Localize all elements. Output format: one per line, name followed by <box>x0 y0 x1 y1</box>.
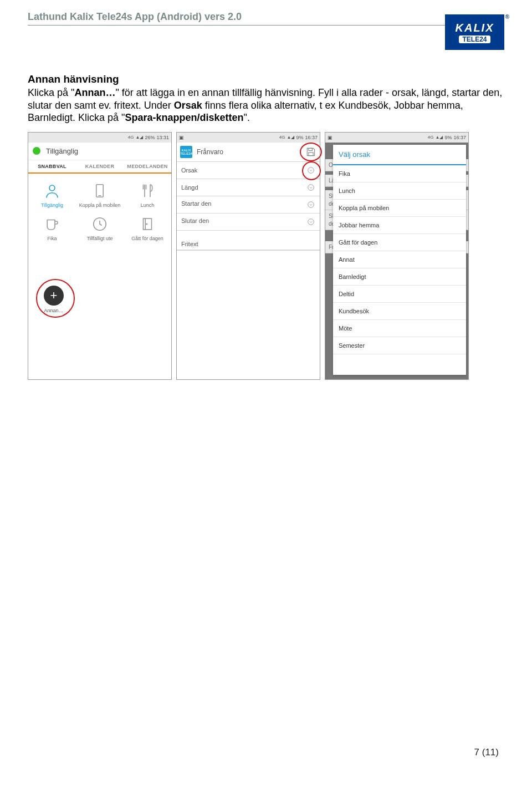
row-label: Orsak <box>181 167 306 174</box>
screenshot-1: 4G ▲◢ 26% 13:31 Tillgänglig SNABBVAL KAL… <box>28 132 172 380</box>
row-orsak[interactable]: Orsak <box>177 162 320 179</box>
header-rule <box>28 25 504 26</box>
status-dot-icon <box>33 147 40 155</box>
android-statusbar: 4G ▲◢ 26% 13:31 <box>28 133 171 143</box>
annotation-circle-save <box>300 143 322 161</box>
tab-meddelanden[interactable]: MEDDELANDEN <box>124 160 171 174</box>
quick-tillfalligt-ute[interactable]: Tillfälligt ute <box>76 211 124 245</box>
quick-tillganglig[interactable]: Tillgänglig <box>28 178 76 211</box>
annotation-circle-orsak <box>302 161 321 180</box>
annotation-circle-annan <box>36 279 75 318</box>
clock-icon <box>90 215 109 233</box>
fritext-input[interactable] <box>177 250 320 301</box>
orsak-dialog: Välj orsak Fika Lunch Koppla på mobilen … <box>333 145 466 375</box>
body-t4: ". <box>244 112 250 123</box>
kalix-logo: KALIX TELE24 ® <box>445 14 504 50</box>
chevron-down-icon <box>306 200 315 209</box>
row-label: Slutar den <box>181 217 306 225</box>
app-icon: KALIXTELE24 <box>180 146 192 158</box>
page-number: 7 (11) <box>474 747 499 758</box>
tab-snabbval[interactable]: SNABBVAL <box>28 160 76 172</box>
quick-label: Koppla på mobilen <box>79 202 121 208</box>
cup-icon <box>43 215 62 233</box>
net-icon: 4G <box>279 135 285 140</box>
statusbar-left-icon: ▣ <box>328 135 332 140</box>
row-label: Startar den <box>181 200 306 207</box>
clock: 16:37 <box>305 135 318 140</box>
orsak-option[interactable]: Annat <box>333 251 466 268</box>
svg-point-10 <box>308 201 314 207</box>
screen2-title: Frånvaro <box>197 148 305 156</box>
row-startar[interactable]: Startar den <box>177 196 320 214</box>
screenshot-3: ▣ 4G ▲◢ 9% 16:37 Or Lä St de Sl de Fr Vä… <box>325 132 469 380</box>
quick-label: Tillgänglig <box>41 202 63 208</box>
row-label: Längd <box>181 184 306 191</box>
orsak-option[interactable]: Deltid <box>333 286 466 303</box>
battery-pct: 9% <box>296 135 303 140</box>
screen2-titlebar: KALIXTELE24 Frånvaro <box>177 143 320 162</box>
door-icon <box>138 215 157 233</box>
net-icon: 4G <box>428 135 434 140</box>
doc-header-title: Lathund Kalix Tele24s App (Android) vers… <box>28 11 504 23</box>
statusbar-left-icon: ▣ <box>179 135 184 140</box>
status-label: Tillgänglig <box>46 147 78 155</box>
orsak-option[interactable]: Lunch <box>333 182 466 200</box>
quick-label: Fika <box>47 236 57 241</box>
battery-pct: 9% <box>444 135 452 140</box>
orsak-option[interactable]: Fika <box>333 165 466 182</box>
orsak-option[interactable]: Gått för dagen <box>333 234 466 251</box>
android-statusbar: ▣ 4G ▲◢ 9% 16:37 <box>177 133 320 143</box>
quick-label: Lunch <box>141 202 155 208</box>
svg-point-0 <box>49 185 55 191</box>
orsak-option[interactable]: Möte <box>333 320 466 337</box>
signal-icon: ▲◢ <box>136 135 144 140</box>
mobile-icon <box>90 181 109 200</box>
svg-point-11 <box>308 218 314 225</box>
clock: 16:37 <box>453 135 466 140</box>
dialog-title: Välj orsak <box>333 145 466 165</box>
quick-koppla-mobilen[interactable]: Koppla på mobilen <box>76 178 124 211</box>
signal-icon: ▲◢ <box>436 135 443 140</box>
signal-icon: ▲◢ <box>287 135 295 140</box>
orsak-option[interactable]: Jobbar hemma <box>333 217 466 234</box>
availability-row[interactable]: Tillgänglig <box>28 143 171 160</box>
body-bold-orsak: Orsak <box>174 100 202 111</box>
chevron-down-icon <box>306 217 315 226</box>
tab-bar: SNABBVAL KALENDER MEDDELANDEN <box>28 160 171 174</box>
net-icon: 4G <box>128 135 134 140</box>
orsak-option[interactable]: Kundbesök <box>333 303 466 320</box>
section-heading: Annan hänvisning <box>28 73 504 85</box>
row-langd[interactable]: Längd <box>177 179 320 196</box>
row-slutar[interactable]: Slutar den <box>177 214 320 231</box>
quick-gatt-for-dagen[interactable]: Gått för dagen <box>124 211 171 245</box>
quick-label: Gått för dagen <box>131 236 163 241</box>
chevron-down-icon <box>306 183 315 192</box>
person-icon <box>43 181 62 200</box>
logo-line1: KALIX <box>456 22 494 34</box>
orsak-option[interactable]: Semester <box>333 337 466 354</box>
svg-rect-1 <box>96 184 104 197</box>
body-t1: Klicka på " <box>28 87 74 98</box>
body-bold-annan: Annan… <box>74 87 115 98</box>
screenshot-2: ▣ 4G ▲◢ 9% 16:37 KALIXTELE24 Frånvaro Or… <box>176 132 320 380</box>
svg-point-5 <box>146 223 147 225</box>
cutlery-icon <box>138 181 157 200</box>
svg-point-9 <box>308 184 314 190</box>
quick-fika[interactable]: Fika <box>28 211 76 245</box>
battery-pct: 26% <box>145 135 155 140</box>
android-statusbar: ▣ 4G ▲◢ 9% 16:37 <box>325 133 468 143</box>
clock: 13:31 <box>156 135 169 140</box>
logo-registered: ® <box>505 14 509 20</box>
quick-label: Tillfälligt ute <box>86 236 112 241</box>
fritext-label: Fritext <box>177 231 320 250</box>
orsak-option[interactable]: Barnledigt <box>333 268 466 286</box>
tab-kalender[interactable]: KALENDER <box>76 160 124 174</box>
orsak-option[interactable]: Koppla på mobilen <box>333 200 466 217</box>
quick-lunch[interactable]: Lunch <box>124 178 171 211</box>
section-body: Klicka på "Annan…" för att lägga in en a… <box>28 87 504 124</box>
body-bold-spara: Spara-knappen/disketten <box>125 112 243 123</box>
logo-line2: TELE24 <box>459 35 490 43</box>
